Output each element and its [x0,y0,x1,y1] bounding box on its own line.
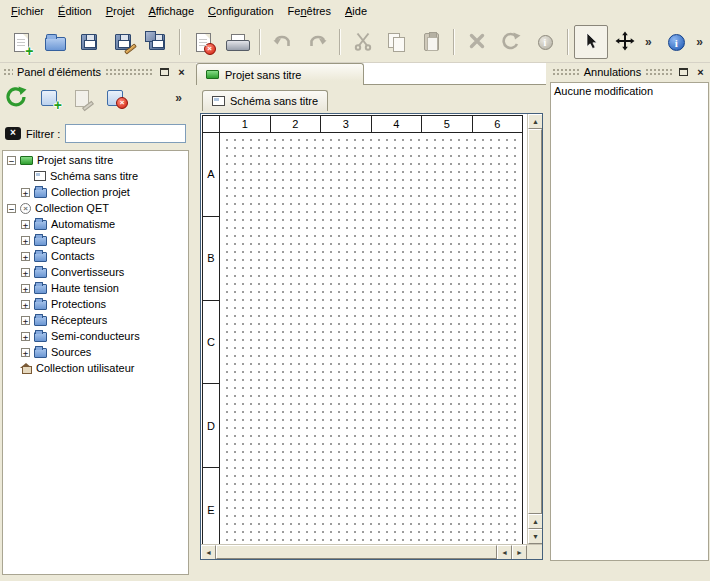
paste-button[interactable] [414,25,448,59]
expander-plus-icon[interactable]: + [21,188,30,197]
menu-item[interactable]: Affichage [141,0,201,22]
about-button[interactable] [659,25,693,59]
scroll-up-button[interactable] [528,114,542,129]
expander-minus-icon[interactable]: − [7,156,16,165]
folder-icon [34,188,47,198]
help-toolbar-overflow-button[interactable]: » [693,35,706,49]
tree-item[interactable]: +Convertisseurs [3,264,188,280]
new-document-button[interactable] [4,25,38,59]
tree-item[interactable]: Collection utilisateur [3,360,188,376]
tab-project[interactable]: Projet sans titre [196,63,364,85]
scroll-left-button[interactable] [497,545,512,560]
expander-plus-icon[interactable]: + [21,284,30,293]
expander-plus-icon[interactable]: + [21,316,30,325]
dock-float-button[interactable] [158,66,171,78]
element-tree[interactable]: −Projet sans titreSchéma sans titre+Coll… [2,150,189,575]
dock-close-button[interactable] [175,66,188,78]
diagram-canvas[interactable] [220,133,522,544]
menu-item[interactable]: Aide [338,0,374,22]
tree-item[interactable]: +Capteurs [3,232,188,248]
redo-button[interactable] [300,25,334,59]
expander-plus-icon[interactable]: + [21,332,30,341]
copy-icon [388,33,407,51]
open-folder-icon [45,37,66,51]
dock-float-button[interactable] [677,66,690,78]
tree-item[interactable]: +Protections [3,296,188,312]
tree-item[interactable]: +Collection projet [3,184,188,200]
menu-item[interactable]: Configuration [201,0,280,22]
pencil-badge-icon [124,43,137,54]
expander-plus-icon[interactable]: + [21,268,30,277]
undo-dock: Annulations Aucune modification [549,63,710,581]
expander-plus-icon[interactable]: + [21,252,30,261]
save-all-button[interactable] [140,25,174,59]
elements-panel-titlebar[interactable]: Panel d'éléments [0,63,191,80]
move-tool-button[interactable] [608,25,642,59]
expander-minus-icon[interactable]: − [7,204,16,213]
properties-button[interactable] [528,25,562,59]
undo-dock-title: Annulations [584,66,642,78]
scroll-down-button[interactable] [528,529,542,544]
tree-item[interactable]: −Projet sans titre [3,152,188,168]
tree-item[interactable]: +Semi-conducteurs [3,328,188,344]
cut-button[interactable] [346,25,380,59]
tree-item[interactable]: +Automatisme [3,216,188,232]
close-document-button[interactable] [186,25,220,59]
folder-icon [34,220,47,230]
tab-schema[interactable]: Schéma sans titre [202,90,328,111]
pencil-badge-icon [82,100,94,111]
rotate-button[interactable] [494,25,528,59]
new-document-icon [14,33,29,52]
delete-element-button[interactable] [101,84,129,112]
undo-button[interactable] [266,25,300,59]
menu-item[interactable]: Fichier [4,0,51,22]
expander-plus-icon[interactable]: + [21,300,30,309]
dock-grip[interactable] [645,68,673,76]
redo-icon [307,33,327,51]
reload-collections-button[interactable] [2,84,30,112]
filter-input[interactable] [65,124,186,143]
edit-element-button[interactable] [68,84,96,112]
open-document-button[interactable] [38,25,72,59]
diagram-viewport[interactable]: 123456 ABCDE [201,114,527,544]
save-button[interactable] [72,25,106,59]
scroll-right-button[interactable] [512,545,527,560]
undo-history-list[interactable]: Aucune modification [550,82,709,561]
scroll-left-button[interactable] [201,545,216,560]
expander-plus-icon[interactable]: + [21,236,30,245]
tree-item[interactable]: +Contacts [3,248,188,264]
tree-item[interactable]: +Récepteurs [3,312,188,328]
expander-plus-icon[interactable]: + [21,348,30,357]
new-element-button[interactable] [35,84,63,112]
dock-grip[interactable] [552,68,580,76]
vertical-scroll-thumb[interactable] [528,129,542,514]
select-tool-button[interactable] [574,25,608,59]
refresh-icon [5,86,27,110]
print-button[interactable] [220,25,254,59]
panel-toolbar-overflow-button[interactable]: » [172,91,185,105]
delete-button[interactable] [460,25,494,59]
scroll-up-button[interactable] [528,514,542,529]
tree-item[interactable]: −Collection QET [3,200,188,216]
tree-item[interactable]: +Sources [3,344,188,360]
clear-filter-icon[interactable] [5,127,21,140]
menu-item[interactable]: Édition [51,0,99,22]
dock-close-button[interactable] [694,66,707,78]
dock-grip[interactable] [105,68,154,76]
tree-item[interactable]: +Haute tension [3,280,188,296]
copy-button[interactable] [380,25,414,59]
menu-item[interactable]: Fenêtres [281,0,338,22]
horizontal-scroll-thumb[interactable] [216,545,497,559]
menu-item[interactable]: Projet [99,0,142,22]
horizontal-scrollbar[interactable] [201,545,527,559]
save-as-button[interactable] [106,25,140,59]
vertical-scrollbar[interactable] [527,114,542,544]
row-header-cell: E [203,468,219,544]
undo-dock-titlebar[interactable]: Annulations [549,63,710,80]
project-icon [20,156,33,165]
expander-plus-icon[interactable]: + [21,220,30,229]
toolbar-overflow-button[interactable]: » [642,35,655,49]
tree-item[interactable]: Schéma sans titre [3,168,188,184]
dock-grip[interactable] [3,68,13,76]
project-tab-bar: Projet sans titre [196,63,546,85]
